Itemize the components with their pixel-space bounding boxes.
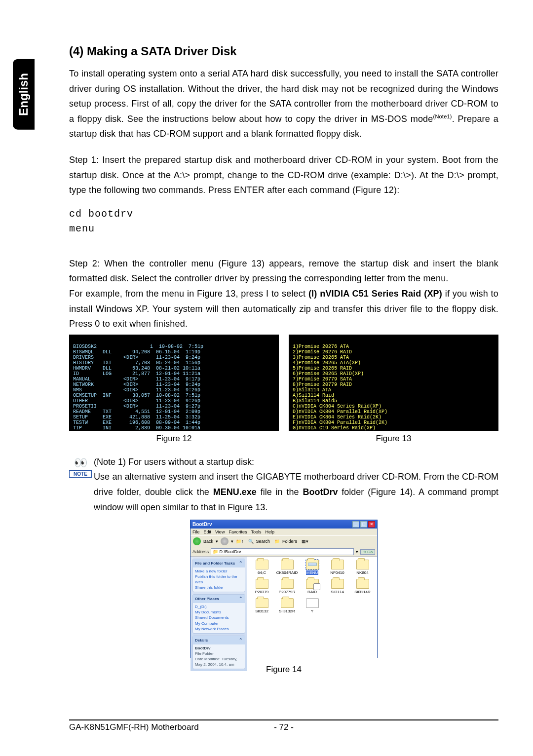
dos-screenshot-13: 1)Promise 20276 ATA 2)Promise 20276 RAID… [289,335,498,431]
toolbar: Back ▾ ▾ 📁↑ 🔍Search 📁Folders ▦▾ [190,535,377,547]
folder-item[interactable]: CK804RAID [275,560,299,575]
folder-item[interactable]: P20379 [250,579,273,594]
note-icon: 👀 NOTE [69,456,92,478]
place-item[interactable]: My Network Places [195,626,243,632]
folder-item[interactable]: P20779R [275,579,299,594]
folder-item[interactable]: NF0410 [326,560,349,575]
folder-item[interactable]: Sil3114 [326,579,349,594]
back-label: Back [203,539,213,544]
address-bar: Address 📁 D:\BootDrv ▾ ➔ Go [190,547,377,557]
dos-screenshot-12: BIOSDSK2 1 10-08-02 7:51p BISWMQL DLL 94… [69,335,279,431]
window-title: BootDrv [192,522,212,527]
command-block: cd bootdrv menu [69,207,498,236]
page-footer: GA-K8N51GMF(-RH) Motherboard - 72 - [69,719,498,732]
folder-item[interactable]: NK804 [351,560,374,575]
back-button[interactable] [193,537,201,545]
figure-13: 1)Promise 20276 ATA 2)Promise 20276 RAID… [289,335,498,444]
footer-model: GA-K8N51GMF(-RH) Motherboard [69,722,199,732]
folder-item[interactable]: RAID [301,579,324,594]
search-button[interactable]: Search [256,539,270,544]
go-button[interactable]: ➔ Go [360,549,375,555]
task-item[interactable]: Share this folder [195,585,243,590]
folder-item[interactable]: Y [301,598,324,613]
note-text: (Note 1) For users without a startup dis… [94,454,498,515]
intro-paragraph: To install operating system onto a seria… [69,66,498,142]
language-side-tab: English [13,59,35,130]
up-icon[interactable]: 📁↑ [236,539,244,544]
figures-row-1: BIOSDSK2 1 10-08-02 7:51p BISWMQL DLL 94… [69,335,498,444]
address-input[interactable]: 📁 D:\BootDrv [211,548,354,555]
folder-item[interactable]: Sil3114R [351,579,374,594]
step2a-text: Step 2: When the controller menu (Figure… [69,256,498,286]
folder-item[interactable]: Sil3132 [250,598,273,613]
task-item[interactable]: Make a new folder [195,568,243,574]
figure-13-caption: Figure 13 [289,434,498,444]
page-number: - 72 - [274,722,294,732]
file-list-pane: 64;CCK804RAIDMENUNF0410NK804P20379P20779… [247,557,377,671]
place-item[interactable]: My Documents [195,609,243,615]
details-panel: Details⌃ BootDrv File Folder Date Modifi… [192,636,245,669]
place-item[interactable]: D_(D:) [195,604,243,609]
page-content: (4) Making a SATA Driver Disk To install… [69,44,498,675]
forward-button[interactable] [221,537,228,545]
minimize-button[interactable]: _ [352,521,359,528]
figure-12-caption: Figure 12 [69,434,279,444]
step2b-text: For example, from the menu in Figure 13,… [69,286,498,332]
place-item[interactable]: My Computer [195,621,243,626]
address-label: Address [192,549,209,554]
step1-text: Step 1: Insert the prepared startup disk… [69,152,498,198]
figure-12: BIOSDSK2 1 10-08-02 7:51p BISWMQL DLL 94… [69,335,279,444]
menu-bar[interactable]: FileEditViewFavoritesToolsHelp [190,529,377,535]
window-titlebar: BootDrv _ □ × [190,520,377,529]
place-item[interactable]: Shared Documents [195,615,243,620]
folders-button[interactable]: Folders [282,539,297,544]
folder-item[interactable]: MENU [301,560,324,575]
explorer-window: BootDrv _ □ × FileEditViewFavoritesTools… [190,520,378,658]
file-folder-tasks: File and Folder Tasks⌃ Make a new folder… [192,559,245,592]
other-places: Other Places⌃ D_(D:) My Documents Shared… [192,594,245,634]
figure-14: BootDrv _ □ × FileEditViewFavoritesTools… [190,520,378,675]
task-item[interactable]: Publish this folder to the Web [195,574,243,585]
tasks-pane: File and Folder Tasks⌃ Make a new folder… [190,557,247,671]
section-heading: (4) Making a SATA Driver Disk [69,44,498,58]
views-button[interactable]: ▦▾ [302,539,308,544]
close-button[interactable]: × [368,521,375,528]
folder-item[interactable]: Sil3132R [275,598,299,613]
folder-item[interactable]: 64;C [250,560,273,575]
maximize-button[interactable]: □ [360,521,367,528]
note-block: 👀 NOTE (Note 1) For users without a star… [69,454,498,515]
